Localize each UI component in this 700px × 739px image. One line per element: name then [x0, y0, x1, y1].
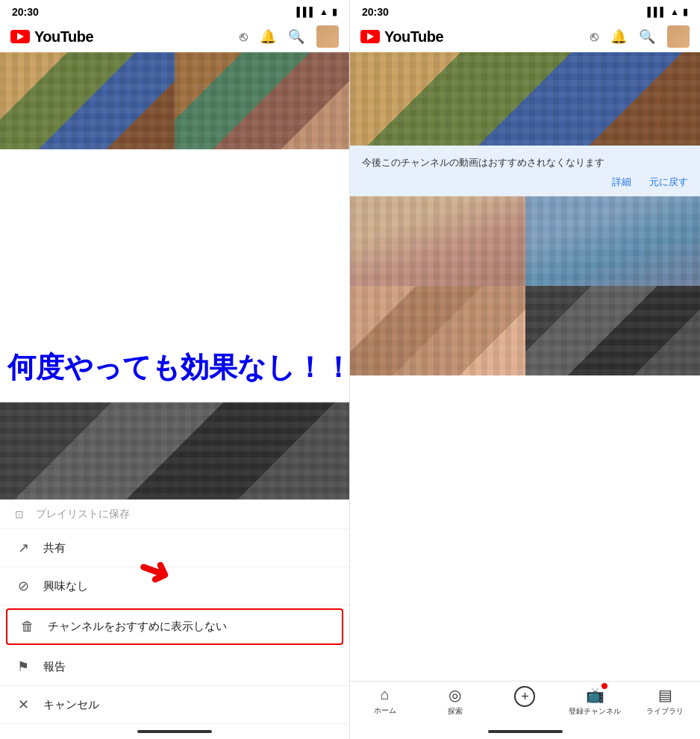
nav-label-home: ホーム [374, 705, 396, 716]
yt-header-icons-right: ⎋ 🔔 🔍 [590, 25, 690, 48]
overlay-text: 何度やっても効果なし！！ [7, 351, 693, 385]
yt-header-right: YouTube ⎋ 🔔 🔍 [350, 21, 700, 52]
cast-icon-right[interactable]: ⎋ [590, 29, 599, 45]
undo-link[interactable]: 元に戻す [649, 175, 688, 189]
home-bar-left [137, 730, 212, 733]
right-thumb-top-container [350, 52, 700, 146]
bottom-sheet: ⊡ プレイリストに保存 ↗ 共有 ⊘ 興味なし 🗑 チャンネルをおすすめに表示し… [0, 499, 349, 724]
bell-icon-right[interactable]: 🔔 [610, 28, 627, 45]
spacer-right [350, 375, 700, 681]
right-videos-lower [350, 196, 700, 286]
avatar-right[interactable] [667, 25, 690, 48]
menu-item-block[interactable]: 🗑 チャンネルをおすすめに表示しない [6, 608, 343, 645]
detail-link[interactable]: 詳細 [612, 175, 631, 189]
yt-logo-icon-right [360, 30, 380, 43]
report-icon: ⚑ [15, 658, 31, 675]
menu-item-dislike[interactable]: ⊘ 興味なし [0, 567, 349, 605]
pixel-overlay-2 [175, 52, 349, 149]
nav-label-subscriptions: 登録チャンネル [569, 706, 621, 717]
video-grid-left [0, 52, 349, 402]
yt-logo-icon-left [10, 30, 30, 43]
pixel-overlay-rt [350, 52, 700, 146]
library-nav-icon: ▤ [658, 686, 672, 704]
home-nav-icon: ⌂ [381, 686, 390, 703]
cast-icon-left[interactable]: ⎋ [240, 29, 248, 45]
home-bar-right [488, 730, 563, 733]
subscriptions-nav-icon: 📺 [586, 686, 604, 704]
home-indicator-left [0, 724, 349, 739]
right-lower-thumb-1[interactable] [350, 196, 525, 286]
yt-logo-text-left: YouTube [34, 28, 93, 46]
menu-label-report: 報告 [43, 660, 66, 674]
menu-label-share: 共有 [43, 541, 66, 555]
nav-label-library: ライブラリ [646, 706, 684, 717]
notification-actions: 詳細 元に戻す [362, 175, 688, 189]
menu-item-report[interactable]: ⚑ 報告 [0, 648, 349, 686]
status-time-right: 20:30 [362, 6, 389, 18]
status-time-left: 20:30 [12, 6, 39, 18]
dislike-icon: ⊘ [15, 578, 31, 594]
signal-icon-left: ▌▌▌ [297, 7, 316, 17]
wifi-icon-left: ▲ [319, 7, 328, 17]
bottom-nav-right: ⌂ ホーム ◎ 探索 + 📺 登録チャンネル ▤ ライブラリ [350, 681, 700, 724]
subscription-badge [601, 683, 607, 689]
save-icon-partial: ⊡ [15, 508, 24, 520]
pixel-overlay-3 [0, 402, 349, 499]
battery-icon-left: ▮ [332, 7, 337, 17]
bell-icon-left[interactable]: 🔔 [260, 28, 276, 45]
status-icons-right: ▌▌▌ ▲ ▮ [648, 7, 688, 17]
menu-item-save-partial: ⊡ プレイリストに保存 [0, 500, 349, 529]
yt-header-icons-left: ⎋ 🔔 🔍 [240, 25, 339, 48]
notification-text: 今後このチャンネルの動画はおすすめされなくなります [362, 156, 688, 169]
pixel-overlay-rl1 [350, 196, 525, 286]
notification-banner: 今後このチャンネルの動画はおすすめされなくなります 詳細 元に戻す [350, 146, 700, 196]
block-icon: 🗑 [19, 619, 36, 634]
right-thumb-top[interactable] [350, 52, 700, 146]
explore-nav-icon: ◎ [449, 686, 461, 704]
menu-item-cancel[interactable]: ✕ キャンセル [0, 686, 349, 724]
video-thumb-3[interactable] [0, 402, 349, 499]
status-icons-left: ▌▌▌ ▲ ▮ [297, 7, 337, 17]
add-nav-icon: + [514, 686, 535, 707]
home-indicator-right [350, 724, 700, 739]
yt-header-left: YouTube ⎋ 🔔 🔍 [0, 21, 349, 52]
menu-label-dislike: 興味なし [43, 579, 88, 593]
pixel-overlay-1 [0, 52, 175, 149]
nav-item-home[interactable]: ⌂ ホーム [350, 686, 420, 717]
video-thumb-3-container [0, 402, 349, 499]
signal-icon-right: ▌▌▌ [648, 7, 667, 17]
pixel-overlay-rl2 [525, 196, 701, 286]
nav-item-explore[interactable]: ◎ 探索 [420, 686, 490, 717]
share-icon: ↗ [15, 540, 31, 556]
yt-logo-area-right: YouTube [360, 28, 584, 46]
menu-label-cancel: キャンセル [43, 698, 99, 712]
nav-item-library[interactable]: ▤ ライブラリ [630, 686, 700, 717]
search-icon-left[interactable]: 🔍 [288, 28, 304, 45]
cancel-icon: ✕ [15, 696, 31, 713]
yt-logo-text-right: YouTube [384, 28, 443, 46]
avatar-left[interactable] [316, 25, 339, 48]
video-thumb-2[interactable] [175, 52, 349, 149]
yt-logo-area-left: YouTube [10, 28, 234, 46]
battery-icon-right: ▮ [683, 7, 688, 17]
status-bar-left: 20:30 ▌▌▌ ▲ ▮ [0, 0, 349, 21]
wifi-icon-right: ▲ [670, 7, 679, 17]
menu-label-block: チャンネルをおすすめに表示しない [48, 620, 227, 634]
right-lower-thumb-2[interactable] [525, 196, 701, 286]
nav-item-add[interactable]: + [490, 686, 560, 717]
search-icon-right[interactable]: 🔍 [639, 28, 655, 45]
nav-item-subscriptions[interactable]: 📺 登録チャンネル [560, 686, 630, 717]
video-thumb-1[interactable] [0, 52, 175, 149]
status-bar-right: 20:30 ▌▌▌ ▲ ▮ [350, 0, 700, 21]
nav-label-explore: 探索 [448, 706, 463, 717]
